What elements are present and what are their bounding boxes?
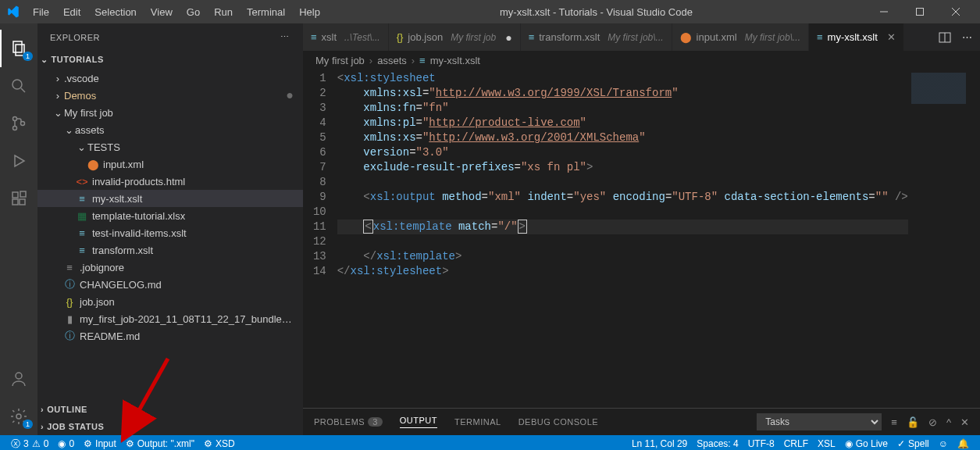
xslt-icon: ≡: [817, 31, 823, 43]
panel-terminal[interactable]: TERMINAL: [454, 417, 501, 427]
warning-icon: ⚠: [32, 438, 41, 449]
tree-folder-myjob[interactable]: ⌄My first job: [37, 104, 303, 121]
breadcrumbs[interactable]: My first job› assets› ≡ my-xslt.xslt: [303, 51, 980, 70]
tab-xslt-test[interactable]: ≡xslt..\Test\...: [303, 23, 389, 51]
status-spaces[interactable]: Spaces: 4: [692, 438, 743, 449]
status-xsd[interactable]: ⚙XSD: [199, 438, 240, 449]
menu-file[interactable]: File: [27, 3, 55, 21]
activity-search[interactable]: [0, 67, 37, 105]
tabs-bar: ≡xslt..\Test\... {}job.jsonMy first job●…: [303, 23, 980, 51]
menu-selection[interactable]: Selection: [88, 3, 142, 21]
panel-debug[interactable]: DEBUG CONSOLE: [519, 417, 598, 427]
dirty-dot-icon: ●: [505, 31, 511, 44]
tree-file-myxslt[interactable]: ≡my-xslt.xslt: [37, 190, 303, 207]
status-eol[interactable]: CRLF: [779, 438, 813, 449]
code-editor[interactable]: <xsl:stylesheet xmlns:xsl="http://www.w3…: [337, 70, 908, 408]
tab-transform[interactable]: ≡transform.xsltMy first job\...: [521, 23, 672, 51]
section-outline[interactable]: ›OUTLINE: [37, 401, 303, 418]
filter-icon[interactable]: ≡: [891, 416, 897, 428]
status-feedback[interactable]: ☺: [934, 438, 953, 449]
html-icon: <>: [75, 176, 89, 188]
tab-myxslt[interactable]: ≡my-xslt.xslt✕: [809, 23, 904, 51]
maximize-panel-icon[interactable]: ^: [946, 416, 951, 428]
panel-output[interactable]: OUTPUT: [400, 416, 437, 428]
more-actions-icon[interactable]: ⋯: [962, 31, 972, 43]
status-encoding[interactable]: UTF-8: [743, 438, 779, 449]
panel: PROBLEMS3 OUTPUT TERMINAL DEBUG CONSOLE …: [303, 408, 980, 435]
settings-icon: ⚙: [126, 438, 134, 449]
activity-debug[interactable]: [0, 142, 37, 180]
status-lncol[interactable]: Ln 11, Col 29: [627, 438, 692, 449]
clear-icon[interactable]: ⊘: [928, 416, 937, 428]
tree-folder-assets[interactable]: ⌄assets: [37, 121, 303, 138]
tree-file-testinv[interactable]: ≡test-invalid-items.xslt: [37, 224, 303, 241]
xslt-icon: ≡: [75, 245, 89, 256]
output-channel-select[interactable]: Tasks: [757, 413, 882, 430]
tab-input[interactable]: ⬤input.xmlMy first job\...: [672, 23, 809, 51]
tree-folder-vscode[interactable]: ›.vscode: [37, 70, 303, 87]
info-icon: ⓘ: [62, 329, 77, 343]
settings-icon: ⚙: [84, 438, 92, 449]
menu-run[interactable]: Run: [208, 3, 239, 21]
activity-explorer[interactable]: 1: [0, 30, 37, 67]
tree-file-invalid[interactable]: <>invalid-products.html: [37, 173, 303, 190]
status-spell[interactable]: ✓Spell: [893, 438, 934, 449]
status-errors[interactable]: ⓧ3⚠0: [6, 438, 53, 451]
minimap[interactable]: [908, 70, 980, 408]
activity-bar: 1 1: [0, 23, 37, 435]
bell-icon: 🔔: [957, 438, 969, 449]
svg-rect-1: [917, 9, 924, 16]
tree-folder-demos[interactable]: ›Demos●: [37, 87, 303, 104]
maximize-button[interactable]: [902, 0, 938, 23]
sidebar-more-icon[interactable]: ⋯: [280, 32, 290, 42]
tab-jobjson[interactable]: {}job.jsonMy first job●: [389, 23, 521, 51]
svg-rect-12: [12, 199, 18, 205]
svg-point-16: [16, 414, 21, 419]
broadcast-icon: ◉: [845, 438, 853, 449]
tree-file-jobignore[interactable]: ≡.jobignore: [37, 259, 303, 276]
status-radio[interactable]: ◉0: [53, 438, 79, 449]
lock-icon[interactable]: 🔓: [907, 416, 919, 428]
split-editor-icon[interactable]: [939, 31, 951, 44]
status-input[interactable]: ⚙Input: [79, 438, 121, 449]
minimize-button[interactable]: [866, 0, 902, 23]
tree-file-bundle[interactable]: ▮my_first_job-2021_11_08T11_22_17_bundle…: [37, 310, 303, 327]
menu-edit[interactable]: Edit: [57, 3, 87, 21]
status-golive[interactable]: ◉Go Live: [840, 438, 893, 449]
activity-scm[interactable]: [0, 105, 37, 142]
feedback-icon: ☺: [939, 438, 948, 449]
menu-terminal[interactable]: Terminal: [241, 3, 291, 21]
xslt-icon: ≡: [529, 31, 535, 43]
xslt-icon: ≡: [311, 31, 317, 43]
close-button[interactable]: [938, 0, 974, 23]
tree-file-input[interactable]: ⬤input.xml: [37, 155, 303, 173]
tree-file-jobjson[interactable]: {}job.json: [37, 293, 303, 310]
status-bell[interactable]: 🔔: [953, 438, 974, 449]
error-icon: ⓧ: [11, 438, 20, 451]
tree-file-template[interactable]: ▦template-tutorial.xlsx: [37, 207, 303, 224]
tree-file-changelog[interactable]: ⓘCHANGELOG.md: [37, 276, 303, 293]
sidebar: EXPLORER ⋯ ⌄TUTORIALS ›.vscode ›Demos● ⌄…: [37, 23, 303, 435]
panel-problems[interactable]: PROBLEMS3: [314, 417, 383, 427]
json-icon: {}: [397, 31, 404, 43]
tree-file-readme[interactable]: ⓘREADME.md: [37, 327, 303, 345]
tree-file-transform[interactable]: ≡transform.xslt: [37, 241, 303, 259]
activity-extensions[interactable]: [0, 180, 37, 217]
section-tutorials[interactable]: ⌄TUTORIALS: [37, 51, 303, 68]
menu-go[interactable]: Go: [180, 3, 206, 21]
zip-icon: ▮: [62, 313, 77, 325]
vscode-icon: [6, 5, 20, 19]
section-jobstatus[interactable]: ›JOB STATUS: [37, 418, 303, 435]
status-output[interactable]: ⚙Output: ".xml": [121, 438, 199, 449]
close-icon[interactable]: ✕: [887, 31, 896, 43]
activity-settings[interactable]: 1: [0, 398, 37, 435]
status-lang[interactable]: XSL: [813, 438, 840, 449]
activity-account[interactable]: [0, 360, 37, 398]
menu-view[interactable]: View: [144, 3, 179, 21]
menu-help[interactable]: Help: [293, 3, 326, 21]
close-panel-icon[interactable]: ✕: [960, 416, 969, 428]
tree-folder-tests[interactable]: ⌄TESTS: [37, 138, 303, 155]
svg-rect-4: [13, 41, 22, 52]
xslt-icon: ≡: [75, 193, 89, 205]
xlsx-icon: ▦: [75, 210, 89, 222]
